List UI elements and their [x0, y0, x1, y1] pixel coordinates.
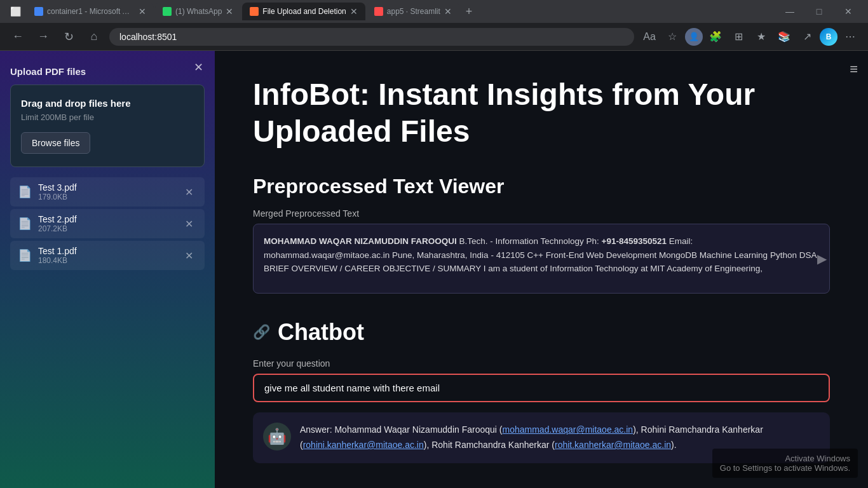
tab-favicon-fileupload: [250, 7, 259, 16]
file-item-0: 📄 Test 3.pdf 179.0KB ✕: [10, 177, 205, 207]
tab-title-streamlit: app5 · Streamlit: [387, 7, 440, 16]
favorites-icon[interactable]: ★: [751, 27, 771, 47]
tab-azure[interactable]: container1 - Microsoft Azure ✕: [27, 3, 154, 20]
file-item-2: 📄 Test 1.pdf 180.4KB ✕: [10, 241, 205, 270]
name-highlight: MOHAMMAD WAQAR NIZAMUDDIN FAROOQUI: [264, 236, 457, 246]
file-item-1: 📄 Test 2.pdf 207.2KB ✕: [10, 209, 205, 238]
file-name-1: Test 2.pdf: [38, 214, 175, 224]
extensions-icon[interactable]: 🧩: [705, 27, 726, 47]
answer-suffix: ).: [671, 440, 677, 450]
preprocessed-section-title: Preprocessed Text Viewer: [253, 175, 830, 198]
tab-fileupload[interactable]: File Upload and Deletion ✕: [242, 3, 365, 20]
file-icon-0: 📄: [18, 185, 32, 199]
collections-icon[interactable]: 📚: [774, 27, 794, 47]
tab-whatsapp[interactable]: (1) WhatsApp ✕: [155, 3, 241, 20]
tab-title-azure: container1 - Microsoft Azure: [47, 7, 135, 16]
refresh-button[interactable]: ↻: [58, 27, 79, 47]
bot-face-icon: 🤖: [268, 428, 287, 445]
url-input[interactable]: [109, 28, 634, 46]
share-icon[interactable]: ↗: [797, 27, 817, 47]
drag-drop-label: Drag and drop files here: [21, 98, 194, 109]
bing-copilot-icon[interactable]: B: [820, 28, 837, 46]
forward-button[interactable]: →: [33, 27, 53, 47]
file-list: 📄 Test 3.pdf 179.0KB ✕ 📄 Test 2.pdf 207.…: [10, 177, 205, 270]
file-icon-2: 📄: [18, 248, 32, 262]
content-area: ✕ Upload PDF files Drag and drop files h…: [0, 51, 868, 488]
maximize-button[interactable]: □: [804, 0, 834, 23]
settings-more-icon[interactable]: ⋯: [840, 27, 860, 47]
text-viewer-content: MOHAMMAD WAQAR NIZAMUDDIN FAROOQUI B.Tec…: [264, 236, 817, 273]
scroll-indicator: ▶: [817, 248, 827, 269]
file-info-1: Test 2.pdf 207.2KB: [38, 214, 175, 233]
tab-favicon-azure: [34, 7, 43, 16]
sidebar: ✕ Upload PDF files Drag and drop files h…: [0, 51, 215, 488]
new-tab-button[interactable]: +: [461, 3, 478, 21]
file-info-2: Test 1.pdf 180.4KB: [38, 246, 175, 265]
tab-bar: ⬜ container1 - Microsoft Azure ✕ (1) Wha…: [0, 0, 868, 23]
file-size-0: 179.0KB: [38, 193, 175, 201]
answer-mid2: ), Rohit Ramchandra Kanherkar (: [424, 440, 555, 450]
tab-close-whatsapp[interactable]: ✕: [226, 6, 233, 17]
file-size-1: 207.2KB: [38, 224, 175, 233]
answer-text: Answer: Mohammad Waqar Nizamuddin Farooq…: [300, 423, 820, 453]
answer-box: 🤖 Answer: Mohammad Waqar Nizamuddin Faro…: [253, 412, 830, 463]
answer-link-1[interactable]: mohammad.waqar@mitaoe.ac.in: [503, 424, 634, 435]
file-limit-label: Limit 200MB per file: [21, 112, 194, 122]
chatbot-header: 🔗 Chatbot: [253, 319, 830, 346]
chatbot-section: 🔗 Chatbot Enter your question 🤖 Answer: …: [253, 319, 830, 463]
answer-link-3[interactable]: rohit.kanherkar@mitaoe.ac.in: [555, 440, 671, 450]
chatbot-title: Chatbot: [278, 319, 364, 346]
profile-icon[interactable]: 👤: [685, 28, 703, 46]
toolbar-icons: Aa ☆ 👤 🧩 ⊞ ★ 📚 ↗ B ⋯: [639, 27, 860, 47]
window-controls: — □ ✕: [775, 0, 863, 23]
back-button[interactable]: ←: [8, 27, 28, 47]
file-info-0: Test 3.pdf 179.0KB: [38, 182, 175, 201]
hamburger-menu-icon[interactable]: ≡: [850, 61, 858, 78]
merged-text-label: Merged Preprocessed Text: [253, 208, 830, 219]
page-title: InfoBot: Instant Insights from Your Uplo…: [253, 76, 830, 149]
upload-zone: Drag and drop files here Limit 200MB per…: [10, 85, 205, 167]
file-remove-button-2[interactable]: ✕: [181, 248, 197, 263]
file-remove-button-0[interactable]: ✕: [181, 185, 197, 200]
browser-chrome: ⬜ container1 - Microsoft Azure ✕ (1) Wha…: [0, 0, 868, 51]
tab-close-azure[interactable]: ✕: [139, 6, 146, 17]
tab-close-fileupload[interactable]: ✕: [350, 6, 358, 17]
question-label: Enter your question: [253, 358, 830, 369]
file-icon-1: 📄: [18, 217, 32, 231]
tab-bar-menu[interactable]: ⬜: [5, 1, 25, 22]
link-chain-icon: 🔗: [253, 324, 270, 341]
main-panel: ≡ InfoBot: Instant Insights from Your Up…: [215, 51, 868, 488]
tab-title-fileupload: File Upload and Deletion: [262, 7, 346, 16]
tab-close-streamlit[interactable]: ✕: [444, 6, 452, 17]
answer-link-2[interactable]: rohini.kanherkar@mitaoe.ac.in: [303, 440, 424, 450]
answer-prefix: Answer: Mohammad Waqar Nizamuddin Farooq…: [300, 424, 503, 435]
bookmark-icon[interactable]: ☆: [662, 27, 682, 47]
file-name-0: Test 3.pdf: [38, 182, 175, 193]
tab-title-whatsapp: (1) WhatsApp: [175, 7, 222, 16]
minimize-button[interactable]: —: [775, 0, 804, 23]
text-viewer[interactable]: MOHAMMAD WAQAR NIZAMUDDIN FAROOQUI B.Tec…: [253, 224, 830, 294]
file-name-2: Test 1.pdf: [38, 246, 175, 256]
sidebar-title: Upload PDF files: [10, 66, 205, 77]
close-button[interactable]: ✕: [834, 0, 863, 23]
sidebar-icon[interactable]: ⊞: [728, 27, 749, 47]
file-remove-button-1[interactable]: ✕: [181, 217, 197, 231]
home-button[interactable]: ⌂: [84, 27, 104, 47]
file-size-2: 180.4KB: [38, 256, 175, 265]
browse-files-button[interactable]: Browse files: [21, 132, 90, 154]
read-aloud-icon[interactable]: Aa: [639, 27, 660, 47]
tab-favicon-whatsapp: [163, 7, 172, 16]
question-input[interactable]: [253, 374, 830, 402]
sidebar-close-button[interactable]: ✕: [189, 58, 207, 76]
tab-favicon-streamlit: [374, 7, 383, 16]
address-bar: ← → ↻ ⌂ Aa ☆ 👤 🧩 ⊞ ★ 📚 ↗ B ⋯: [0, 23, 868, 51]
bot-avatar: 🤖: [263, 423, 291, 451]
tab-streamlit[interactable]: app5 · Streamlit ✕: [367, 3, 459, 20]
